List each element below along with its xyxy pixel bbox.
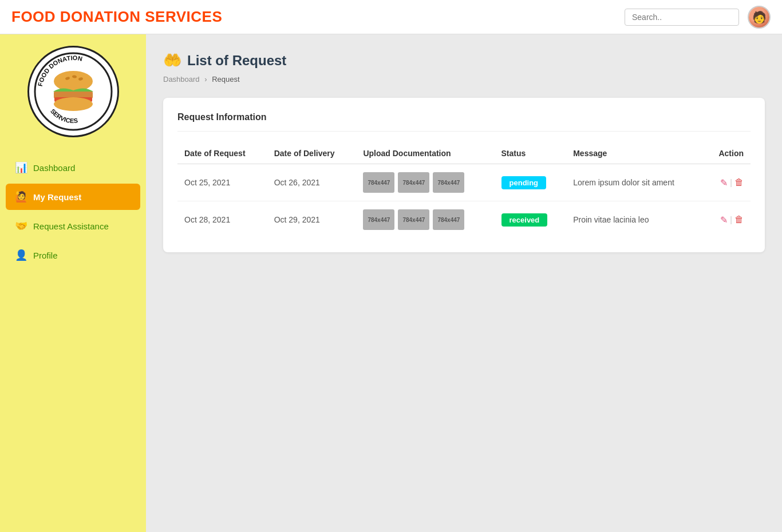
cell-action: ✎ | 🗑 (704, 201, 751, 239)
cell-upload-doc: 784x447784x447784x447 (356, 164, 494, 201)
profile-icon: 👤 (15, 249, 27, 261)
sidebar-item-my-request[interactable]: 🙋 My Request (6, 184, 140, 210)
sidebar: FOOD DONATION SERVICES 📊 Dashboard 🙋 My … (0, 34, 146, 532)
dashboard-icon: 📊 (15, 161, 27, 174)
cell-upload-doc: 784x447784x447784x447 (356, 201, 494, 239)
sidebar-item-profile[interactable]: 👤 Profile (6, 242, 140, 268)
page-title-icon: 🤲 (163, 51, 181, 69)
col-date-delivery: Date of Delivery (267, 143, 357, 164)
request-card: Request Information Date of Request Date… (163, 98, 765, 252)
cell-date-delivery: Oct 29, 2021 (267, 201, 357, 239)
svg-point-7 (54, 97, 93, 111)
edit-button[interactable]: ✎ (720, 177, 728, 188)
cell-date-delivery: Oct 26, 2021 (267, 164, 357, 201)
col-action: Action (704, 143, 751, 164)
breadcrumb: Dashboard › Request (163, 75, 765, 84)
doc-thumbnail[interactable]: 784x447 (433, 209, 464, 230)
cell-status: received (495, 201, 567, 239)
doc-thumbnail[interactable]: 784x447 (363, 209, 394, 230)
avatar[interactable]: 🧑 (748, 6, 771, 29)
search-input[interactable] (625, 9, 739, 26)
action-divider: | (730, 178, 732, 187)
col-upload-doc: Upload Documentation (356, 143, 494, 164)
delete-button[interactable]: 🗑 (734, 177, 744, 188)
app-title: FOOD DONATION SERVICES (11, 8, 222, 26)
cell-date-request: Oct 28, 2021 (177, 201, 267, 239)
svg-point-1 (54, 71, 93, 92)
col-message: Message (566, 143, 704, 164)
edit-button[interactable]: ✎ (720, 215, 728, 225)
header-right: 🧑 (625, 6, 771, 29)
app-header: FOOD DONATION SERVICES 🧑 (0, 0, 782, 34)
col-date-request: Date of Request (177, 143, 267, 164)
sidebar-item-profile-label: Profile (33, 251, 58, 260)
cell-message: Lorem ipsum dolor sit ament (566, 164, 704, 201)
sidebar-item-dashboard-label: Dashboard (33, 163, 75, 173)
request-assistance-icon: 🤝 (15, 220, 27, 232)
logo: FOOD DONATION SERVICES (27, 46, 119, 137)
doc-thumbnail[interactable]: 784x447 (398, 209, 429, 230)
nav-menu: 📊 Dashboard 🙋 My Request 🤝 Request Assis… (0, 154, 146, 268)
page-title: List of Request (187, 53, 286, 69)
delete-button[interactable]: 🗑 (734, 215, 744, 225)
action-divider: | (730, 215, 732, 224)
status-badge: pending (501, 176, 547, 189)
cell-action: ✎ | 🗑 (704, 164, 751, 201)
breadcrumb-separator: › (204, 75, 207, 84)
table-row: Oct 25, 2021Oct 26, 2021784x447784x44778… (177, 164, 751, 201)
doc-thumbnail[interactable]: 784x447 (398, 172, 429, 193)
breadcrumb-dashboard[interactable]: Dashboard (163, 75, 200, 84)
card-title: Request Information (177, 112, 751, 132)
my-request-icon: 🙋 (15, 190, 27, 203)
cell-date-request: Oct 25, 2021 (177, 164, 267, 201)
status-badge: received (501, 213, 548, 227)
sidebar-item-dashboard[interactable]: 📊 Dashboard (6, 154, 140, 181)
doc-thumbnail[interactable]: 784x447 (433, 172, 464, 193)
avatar-image: 🧑 (749, 7, 769, 27)
request-table: Date of Request Date of Delivery Upload … (177, 143, 751, 238)
main-content: 🤲 List of Request Dashboard › Request Re… (146, 34, 782, 532)
sidebar-item-my-request-label: My Request (33, 192, 81, 202)
breadcrumb-current: Request (212, 75, 239, 84)
col-status: Status (495, 143, 567, 164)
table-header-row: Date of Request Date of Delivery Upload … (177, 143, 751, 164)
sidebar-item-request-assistance[interactable]: 🤝 Request Assistance (6, 213, 140, 239)
cell-message: Proin vitae lacinia leo (566, 201, 704, 239)
table-wrapper: Date of Request Date of Delivery Upload … (177, 143, 751, 238)
doc-thumbnail[interactable]: 784x447 (363, 172, 394, 193)
page-header: 🤲 List of Request (163, 51, 765, 69)
sidebar-item-request-assistance-label: Request Assistance (33, 221, 109, 231)
logo-svg: FOOD DONATION SERVICES (33, 51, 113, 132)
main-layout: FOOD DONATION SERVICES 📊 Dashboard 🙋 My … (0, 34, 782, 532)
table-row: Oct 28, 2021Oct 29, 2021784x447784x44778… (177, 201, 751, 239)
cell-status: pending (495, 164, 567, 201)
